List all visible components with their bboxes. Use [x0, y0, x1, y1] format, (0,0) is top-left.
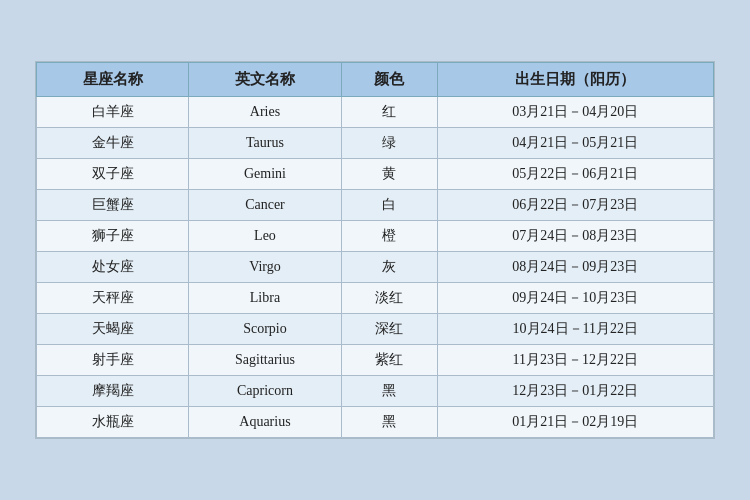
- table-row: 天蝎座Scorpio深红10月24日－11月22日: [37, 314, 714, 345]
- cell-dates: 08月24日－09月23日: [437, 252, 713, 283]
- cell-dates: 06月22日－07月23日: [437, 190, 713, 221]
- table-row: 金牛座Taurus绿04月21日－05月21日: [37, 128, 714, 159]
- cell-english-name: Taurus: [189, 128, 341, 159]
- cell-color: 淡红: [341, 283, 437, 314]
- zodiac-table: 星座名称 英文名称 颜色 出生日期（阳历） 白羊座Aries红03月21日－04…: [36, 62, 714, 438]
- table-row: 白羊座Aries红03月21日－04月20日: [37, 97, 714, 128]
- table-row: 水瓶座Aquarius黑01月21日－02月19日: [37, 407, 714, 438]
- cell-color: 黑: [341, 407, 437, 438]
- cell-chinese-name: 双子座: [37, 159, 189, 190]
- cell-color: 绿: [341, 128, 437, 159]
- cell-english-name: Gemini: [189, 159, 341, 190]
- table-row: 摩羯座Capricorn黑12月23日－01月22日: [37, 376, 714, 407]
- cell-chinese-name: 天秤座: [37, 283, 189, 314]
- cell-english-name: Aquarius: [189, 407, 341, 438]
- cell-color: 红: [341, 97, 437, 128]
- header-english-name: 英文名称: [189, 63, 341, 97]
- cell-color: 白: [341, 190, 437, 221]
- cell-color: 橙: [341, 221, 437, 252]
- cell-chinese-name: 射手座: [37, 345, 189, 376]
- cell-dates: 12月23日－01月22日: [437, 376, 713, 407]
- header-dates: 出生日期（阳历）: [437, 63, 713, 97]
- cell-color: 紫红: [341, 345, 437, 376]
- table-row: 巨蟹座Cancer白06月22日－07月23日: [37, 190, 714, 221]
- table-row: 射手座Sagittarius紫红11月23日－12月22日: [37, 345, 714, 376]
- cell-english-name: Capricorn: [189, 376, 341, 407]
- cell-english-name: Scorpio: [189, 314, 341, 345]
- cell-chinese-name: 狮子座: [37, 221, 189, 252]
- table-row: 双子座Gemini黄05月22日－06月21日: [37, 159, 714, 190]
- cell-english-name: Leo: [189, 221, 341, 252]
- cell-dates: 03月21日－04月20日: [437, 97, 713, 128]
- cell-english-name: Sagittarius: [189, 345, 341, 376]
- header-color: 颜色: [341, 63, 437, 97]
- table-row: 狮子座Leo橙07月24日－08月23日: [37, 221, 714, 252]
- cell-english-name: Libra: [189, 283, 341, 314]
- header-chinese-name: 星座名称: [37, 63, 189, 97]
- cell-dates: 07月24日－08月23日: [437, 221, 713, 252]
- cell-dates: 04月21日－05月21日: [437, 128, 713, 159]
- cell-chinese-name: 水瓶座: [37, 407, 189, 438]
- cell-chinese-name: 摩羯座: [37, 376, 189, 407]
- cell-chinese-name: 天蝎座: [37, 314, 189, 345]
- zodiac-table-container: 星座名称 英文名称 颜色 出生日期（阳历） 白羊座Aries红03月21日－04…: [35, 61, 715, 439]
- cell-english-name: Cancer: [189, 190, 341, 221]
- cell-english-name: Virgo: [189, 252, 341, 283]
- cell-chinese-name: 白羊座: [37, 97, 189, 128]
- cell-dates: 10月24日－11月22日: [437, 314, 713, 345]
- cell-color: 黑: [341, 376, 437, 407]
- cell-dates: 09月24日－10月23日: [437, 283, 713, 314]
- cell-color: 深红: [341, 314, 437, 345]
- table-row: 天秤座Libra淡红09月24日－10月23日: [37, 283, 714, 314]
- cell-dates: 05月22日－06月21日: [437, 159, 713, 190]
- cell-dates: 11月23日－12月22日: [437, 345, 713, 376]
- cell-color: 黄: [341, 159, 437, 190]
- cell-chinese-name: 处女座: [37, 252, 189, 283]
- cell-chinese-name: 金牛座: [37, 128, 189, 159]
- table-header-row: 星座名称 英文名称 颜色 出生日期（阳历）: [37, 63, 714, 97]
- cell-dates: 01月21日－02月19日: [437, 407, 713, 438]
- cell-english-name: Aries: [189, 97, 341, 128]
- table-row: 处女座Virgo灰08月24日－09月23日: [37, 252, 714, 283]
- cell-color: 灰: [341, 252, 437, 283]
- cell-chinese-name: 巨蟹座: [37, 190, 189, 221]
